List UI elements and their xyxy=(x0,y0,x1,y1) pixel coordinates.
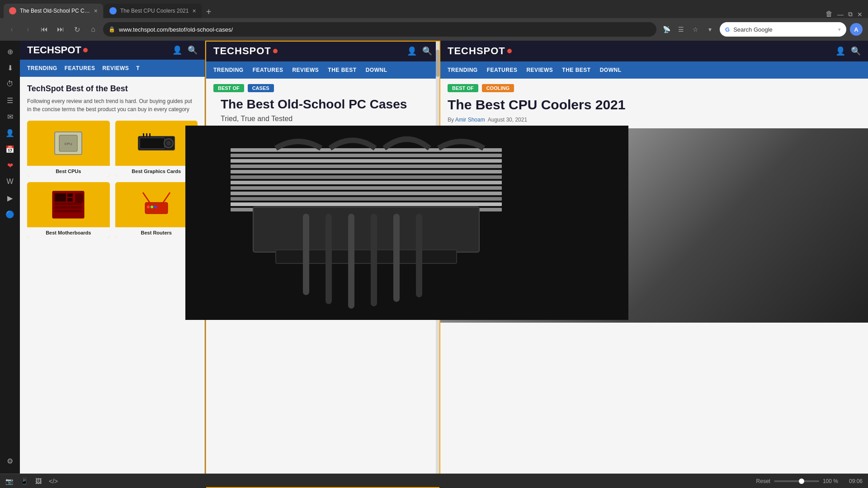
left-logo-text: TECHSPOT xyxy=(27,44,81,56)
svg-rect-4 xyxy=(140,138,165,149)
browser-sidebar: ⊕ ⬇ ⏱ ☰ ✉ 👤 📅 ❤ W ▶ 🔵 ⚙ ⊞ xyxy=(0,41,20,488)
left-page-heading: TechSpot Best of the Best xyxy=(27,84,198,94)
dropdown-icon[interactable]: ▾ xyxy=(703,23,716,36)
right-tag-bestof[interactable]: BEST OF xyxy=(448,84,478,92)
left-nav-trending[interactable]: TRENDING xyxy=(27,65,57,71)
maximize-icon[interactable]: ⧉ xyxy=(848,10,853,18)
left-nav-more[interactable]: T xyxy=(136,65,140,71)
left-logo[interactable]: TECHSPOT xyxy=(27,44,88,56)
last-button[interactable]: ⏭ xyxy=(54,23,67,36)
right-tag-cooling[interactable]: COOLING xyxy=(482,84,514,92)
minimize-icon[interactable]: — xyxy=(837,11,844,18)
address-text: www.techspot.com/bestof/old-school-cases… xyxy=(119,26,651,33)
tab1-close[interactable]: × xyxy=(94,7,98,14)
svg-rect-44 xyxy=(440,164,502,168)
status-gallery-icon[interactable]: 🖼 xyxy=(35,478,42,485)
forward-button[interactable]: › xyxy=(22,23,34,36)
sidebar-icon-contacts[interactable]: 👤 xyxy=(3,126,17,140)
sidebar-icon-settings[interactable]: ⚙ xyxy=(3,454,17,468)
svg-rect-14 xyxy=(55,202,82,205)
svg-line-19 xyxy=(143,192,150,202)
menu-icon[interactable]: ☰ xyxy=(675,23,687,36)
sidebar-icon-calendar[interactable]: 📅 xyxy=(3,142,17,156)
svg-rect-47 xyxy=(440,181,502,184)
left-site-header: TECHSPOT 👤 🔍 xyxy=(20,41,205,60)
svg-rect-46 xyxy=(440,175,502,179)
sidebar-icon-pocket[interactable]: ❤ xyxy=(3,158,17,173)
mid-nav-features[interactable]: FEATURES xyxy=(253,67,283,73)
sidebar-icon-youtube[interactable]: ▶ xyxy=(3,191,17,205)
mid-user-icon[interactable]: 👤 xyxy=(407,46,417,56)
right-user-icon[interactable]: 👤 xyxy=(835,46,845,56)
grid-item-cpus[interactable]: CPU Best CPUs xyxy=(27,121,110,177)
right-nav-down[interactable]: DOWNL xyxy=(600,67,622,73)
mid-tag-bestof[interactable]: BEST OF xyxy=(213,84,244,92)
address-bar[interactable]: 🔒 www.techspot.com/bestof/old-school-cas… xyxy=(103,22,656,37)
mid-search-icon[interactable]: 🔍 xyxy=(422,46,432,56)
right-ts-logo[interactable]: TECHSPOT xyxy=(448,45,512,57)
svg-rect-49 xyxy=(440,192,502,195)
tab2-favicon xyxy=(109,7,117,14)
search-bar[interactable]: G Search Google ▾ xyxy=(720,22,846,37)
mid-ts-logo[interactable]: TECHSPOT xyxy=(213,45,278,57)
right-article-content: BEST OF COOLING The Best CPU Coolers 202… xyxy=(440,79,868,488)
svg-rect-48 xyxy=(440,186,502,190)
right-nav-best[interactable]: THE BEST xyxy=(562,67,590,73)
mid-article-subtitle: Tried, True and Tested xyxy=(213,115,432,123)
grid-item-mobo[interactable]: Best Motherboards xyxy=(27,182,110,238)
sidebar-icon-wikipedia[interactable]: W xyxy=(3,174,17,189)
mid-nav-best[interactable]: THE BEST xyxy=(328,67,356,73)
new-tab-button[interactable]: + xyxy=(203,5,215,18)
reset-label[interactable]: Reset xyxy=(756,478,770,484)
left-nav: TRENDING FEATURES REVIEWS T xyxy=(20,60,205,77)
grid-item-cpus-label: Best CPUs xyxy=(27,166,110,177)
sidebar-icon-history[interactable]: ⏱ xyxy=(3,77,17,91)
left-search-icon[interactable]: 🔍 xyxy=(188,45,198,55)
mid-nav-reviews[interactable]: REVIEWS xyxy=(292,67,319,73)
right-author-link[interactable]: Amir Shoam xyxy=(455,117,485,123)
svg-rect-13 xyxy=(67,198,73,202)
bookmark-icon[interactable]: ☆ xyxy=(689,23,702,36)
right-nav-features[interactable]: FEATURES xyxy=(487,67,518,73)
zoom-section: Reset 100 % xyxy=(756,478,838,484)
mid-nav-trending[interactable]: TRENDING xyxy=(213,67,244,73)
svg-point-22 xyxy=(151,206,153,208)
security-icon: 🔒 xyxy=(108,26,115,33)
left-nav-reviews[interactable]: REVIEWS xyxy=(102,65,129,71)
sidebar-icon-download[interactable]: ⬇ xyxy=(3,61,17,75)
rss-icon[interactable]: 📡 xyxy=(660,23,673,36)
back-button[interactable]: ‹ xyxy=(5,23,18,36)
tab-active[interactable]: The Best Old-School PC Ca... × xyxy=(4,4,103,18)
tab1-label: The Best Old-School PC Ca... xyxy=(20,8,90,14)
right-nav-trending[interactable]: TRENDING xyxy=(448,67,478,73)
tab-inactive[interactable]: The Best CPU Coolers 2021 × xyxy=(104,4,202,18)
right-nav-reviews[interactable]: REVIEWS xyxy=(526,67,553,73)
svg-rect-12 xyxy=(67,193,73,197)
status-tablet-icon[interactable]: 📱 xyxy=(20,478,28,485)
refresh-button[interactable]: ↻ xyxy=(71,23,83,36)
mid-tag-cases[interactable]: CASES xyxy=(248,84,274,92)
zoom-slider[interactable] xyxy=(774,480,819,482)
left-nav-features[interactable]: FEATURES xyxy=(65,65,95,71)
sidebar-icon-active[interactable]: 🔵 xyxy=(3,207,17,221)
user-avatar[interactable]: A xyxy=(850,23,863,36)
svg-rect-9 xyxy=(149,133,151,137)
close-window-icon[interactable]: ✕ xyxy=(857,11,863,18)
grid-item-cpus-img: CPU xyxy=(27,121,110,166)
svg-point-23 xyxy=(154,206,157,208)
status-bar: 📷 📱 🖼 </> Reset 100 % 09:06 xyxy=(0,474,868,488)
mid-nav-down[interactable]: DOWNL xyxy=(366,67,387,73)
zoom-thumb xyxy=(799,479,804,484)
sidebar-icon-mail[interactable]: ✉ xyxy=(3,109,17,124)
left-user-icon[interactable]: 👤 xyxy=(172,45,182,55)
status-code-icon[interactable]: </> xyxy=(49,478,58,485)
search-dropdown[interactable]: ▾ xyxy=(838,27,841,33)
sidebar-icon-new[interactable]: ⊕ xyxy=(3,44,17,59)
status-screenshot-icon[interactable]: 📷 xyxy=(5,478,13,485)
first-button[interactable]: ⏮ xyxy=(38,23,51,36)
tab2-close[interactable]: × xyxy=(192,7,196,14)
svg-rect-8 xyxy=(146,133,147,137)
right-search-icon[interactable]: 🔍 xyxy=(851,46,861,56)
home-button[interactable]: ⌂ xyxy=(87,23,99,36)
sidebar-icon-list[interactable]: ☰ xyxy=(3,93,17,108)
